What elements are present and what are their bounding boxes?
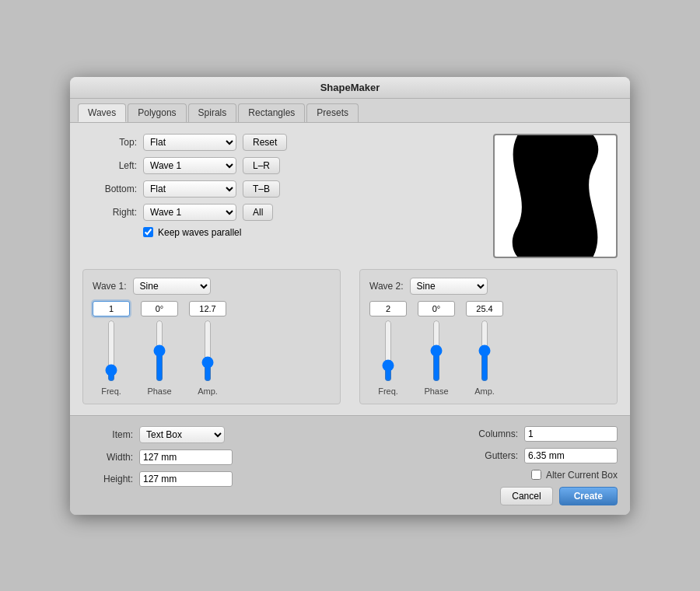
item-row: Item: Text Box Picture Box Line: [82, 426, 342, 443]
wave1-phase-slider[interactable]: [152, 320, 167, 382]
create-button[interactable]: Create: [559, 487, 618, 505]
width-input[interactable]: [139, 449, 233, 465]
wave2-title-row: Wave 2: Sine Sawtooth Triangle Square: [369, 278, 607, 295]
left-dropdown[interactable]: Wave 1 Flat Wave 2: [143, 157, 236, 174]
alter-row: Alter Current Box: [358, 470, 618, 481]
wave1-sliders-row: Freq. Phase Amp.: [93, 301, 331, 396]
wave2-label: Wave 2:: [369, 281, 404, 292]
wave2-amp-slider[interactable]: [477, 320, 492, 382]
right-row: Right: Wave 1 Flat Wave 2 All: [82, 204, 481, 221]
item-dropdown[interactable]: Text Box Picture Box Line: [139, 426, 225, 443]
gutters-row: Gutters:: [358, 448, 618, 463]
wave2-amp-input[interactable]: [466, 301, 503, 316]
wave1-label: Wave 1:: [93, 281, 127, 292]
wave2-freq-label: Freq.: [378, 386, 398, 396]
top-row: Top: Flat Wave 1 Wave 2 Reset: [82, 134, 481, 151]
main-content: Top: Flat Wave 1 Wave 2 Reset Left: Wave…: [70, 123, 630, 415]
wave1-title-row: Wave 1: Sine Sawtooth Triangle Square: [93, 278, 331, 295]
main-window: ShapeMaker Waves Polygons Spirals Rectan…: [70, 77, 630, 515]
tab-waves[interactable]: Waves: [78, 103, 126, 122]
gutters-input[interactable]: [524, 448, 618, 463]
keep-parallel-checkbox[interactable]: [143, 227, 153, 237]
wave2-freq-col: Freq.: [369, 301, 407, 396]
wave1-amp-input[interactable]: [189, 301, 226, 316]
item-label: Item:: [82, 429, 133, 440]
tb-button[interactable]: T–B: [243, 180, 280, 198]
waves-section: Wave 1: Sine Sawtooth Triangle Square Fr…: [82, 269, 618, 404]
wave2-group: Wave 2: Sine Sawtooth Triangle Square Fr…: [359, 269, 618, 404]
window-title: ShapeMaker: [320, 82, 380, 93]
wave2-freq-input[interactable]: [369, 301, 407, 316]
wave1-freq-label: Freq.: [101, 386, 121, 396]
wave1-type-dropdown[interactable]: Sine Sawtooth Triangle Square: [133, 278, 211, 295]
all-button[interactable]: All: [243, 204, 273, 221]
title-bar: ShapeMaker: [70, 77, 630, 99]
wave2-type-dropdown[interactable]: Sine Sawtooth Triangle Square: [410, 278, 488, 295]
bottom-grid: Item: Text Box Picture Box Line Width: H…: [82, 426, 618, 505]
bottom-row: Bottom: Flat Wave 1 Wave 2 T–B: [82, 180, 481, 198]
height-label: Height:: [82, 474, 133, 484]
wave2-sliders-row: Freq. Phase Amp.: [369, 301, 607, 396]
bottom-label: Bottom:: [82, 184, 137, 194]
wave1-amp-col: Amp.: [189, 301, 226, 396]
tab-spirals[interactable]: Spirals: [188, 103, 237, 122]
height-input[interactable]: [139, 471, 233, 487]
right-label: Right:: [82, 207, 137, 218]
wave1-freq-col: Freq.: [93, 301, 130, 396]
wave1-phase-col: Phase: [141, 301, 178, 396]
bottom-left: Item: Text Box Picture Box Line Width: H…: [82, 426, 342, 505]
tabs-bar: Waves Polygons Spirals Rectangles Preset…: [70, 99, 630, 123]
wave1-phase-label: Phase: [147, 386, 171, 396]
width-row: Width:: [82, 449, 342, 465]
wave1-phase-input[interactable]: [141, 301, 178, 316]
cancel-button[interactable]: Cancel: [500, 487, 552, 505]
wave2-amp-col: Amp.: [466, 301, 503, 396]
top-dropdown[interactable]: Flat Wave 1 Wave 2: [143, 134, 236, 151]
preview-box: [493, 134, 618, 258]
wave1-group: Wave 1: Sine Sawtooth Triangle Square Fr…: [82, 269, 341, 404]
bottom-actions: Cancel Create: [358, 487, 618, 505]
top-section: Top: Flat Wave 1 Wave 2 Reset Left: Wave…: [82, 134, 618, 258]
wave1-amp-label: Amp.: [198, 386, 218, 396]
reset-button[interactable]: Reset: [243, 134, 287, 151]
wave2-phase-col: Phase: [418, 301, 455, 396]
bottom-dropdown[interactable]: Flat Wave 1 Wave 2: [143, 180, 236, 198]
gutters-label: Gutters:: [467, 450, 518, 461]
bottom-right: Columns: Gutters: Alter Current Box Canc…: [358, 426, 618, 505]
alter-label: Alter Current Box: [546, 470, 618, 481]
wave1-freq-input[interactable]: [93, 301, 130, 316]
preview-svg: [495, 135, 616, 257]
alter-checkbox[interactable]: [531, 470, 541, 480]
controls-left: Top: Flat Wave 1 Wave 2 Reset Left: Wave…: [82, 134, 481, 238]
keep-parallel-row: Keep waves parallel: [143, 227, 481, 238]
wave1-amp-slider[interactable]: [200, 320, 215, 382]
tab-rectangles[interactable]: Rectangles: [238, 103, 305, 122]
wave2-phase-input[interactable]: [418, 301, 455, 316]
columns-row: Columns:: [358, 426, 618, 442]
tab-presets[interactable]: Presets: [306, 103, 359, 122]
height-row: Height:: [82, 471, 342, 487]
right-dropdown[interactable]: Wave 1 Flat Wave 2: [143, 204, 236, 221]
width-label: Width:: [82, 452, 133, 463]
columns-label: Columns:: [467, 428, 518, 439]
lr-button[interactable]: L–R: [243, 157, 280, 174]
wave2-phase-label: Phase: [424, 386, 448, 396]
left-row: Left: Wave 1 Flat Wave 2 L–R: [82, 157, 481, 174]
wave2-freq-slider[interactable]: [380, 320, 396, 382]
left-label: Left:: [82, 160, 137, 171]
wave1-freq-slider[interactable]: [103, 320, 119, 382]
tab-polygons[interactable]: Polygons: [128, 103, 186, 122]
keep-parallel-label: Keep waves parallel: [158, 227, 241, 238]
columns-input[interactable]: [524, 426, 618, 442]
top-label: Top:: [82, 137, 137, 148]
wave2-phase-slider[interactable]: [429, 320, 444, 382]
bottom-section: Item: Text Box Picture Box Line Width: H…: [70, 417, 630, 515]
wave2-amp-label: Amp.: [474, 386, 495, 396]
